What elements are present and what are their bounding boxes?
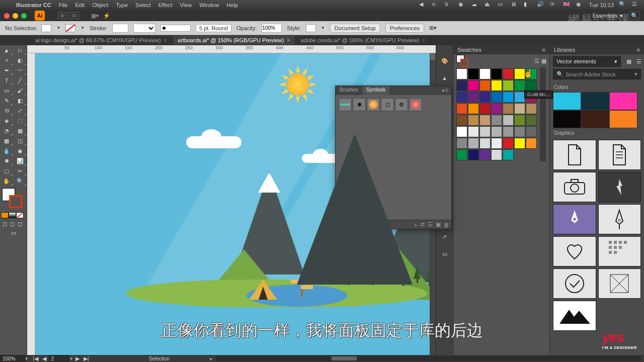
ruler-horizontal[interactable]: 50 100 150 200 250 300 350 400 450 500 5… [27, 45, 436, 53]
screen-mode[interactable]: ▭ [1, 229, 26, 236]
gradient-mode[interactable] [9, 212, 16, 218]
display-icon[interactable]: 🖥 [511, 1, 519, 9]
zoom-tool[interactable]: 🔍 [14, 176, 27, 186]
artboard-dropdown-icon[interactable]: ▾ [70, 355, 73, 362]
swatch-cell[interactable] [491, 103, 502, 114]
swatch-cell[interactable] [456, 115, 467, 126]
curvature-tool[interactable]: 〰 [14, 65, 27, 75]
panel-menu-icon[interactable]: ≡ [637, 47, 640, 53]
swatch-fill-stroke[interactable] [456, 55, 468, 67]
tray-icon[interactable]: b [445, 1, 453, 9]
tray-icon[interactable]: ▭ [498, 1, 506, 9]
selection-tool[interactable]: ▲ [0, 45, 13, 55]
swatch-cell[interactable] [526, 115, 537, 126]
line-tool[interactable]: ╱ [14, 75, 27, 85]
align-icon[interactable]: ⊞▾ [429, 25, 437, 31]
hand-tool[interactable]: ✋ [0, 176, 13, 186]
lib-graphic-cross[interactable] [598, 268, 641, 299]
stroke-weight-input[interactable] [112, 24, 128, 33]
swatch-cell[interactable] [503, 115, 514, 126]
symbol-item[interactable]: ⚙ [395, 98, 408, 111]
menu-effect[interactable]: Effect [158, 2, 173, 8]
lib-color-swatch[interactable] [553, 92, 581, 110]
swatch-cell[interactable] [491, 92, 502, 103]
lib-graphic-mountain[interactable] [553, 301, 596, 331]
free-transform-tool[interactable]: ⬚ [14, 116, 27, 126]
symbol-item[interactable]: ◻ [381, 98, 394, 111]
draw-normal[interactable]: ◻ [1, 220, 9, 227]
menu-select[interactable]: Select [135, 2, 151, 8]
eraser-tool[interactable]: ◧ [14, 96, 27, 106]
tray-icon[interactable]: ⏏ [485, 1, 493, 9]
type-tool[interactable]: T [0, 75, 13, 85]
bridge-icon[interactable]: Br [58, 12, 67, 19]
fill-stroke-indicator[interactable] [0, 186, 27, 211]
swatch-cell[interactable] [503, 68, 514, 79]
flag-icon[interactable]: 🇬🇧 [563, 1, 571, 9]
maximize-window[interactable] [21, 13, 27, 19]
swatch-cell[interactable] [479, 68, 491, 79]
preferences-button[interactable]: Preferences [385, 24, 424, 33]
apple-icon[interactable] [4, 2, 11, 9]
menu-type[interactable]: Type [116, 2, 128, 8]
asset-export-panel-icon[interactable]: ↗ [439, 231, 450, 242]
panel-menu-icon[interactable]: ▸≡ [439, 86, 451, 95]
battery-icon[interactable]: ▮ [524, 1, 532, 9]
color-panel-icon[interactable]: 🎨 [439, 55, 450, 66]
symbol-sprayer-tool[interactable]: ✺ [0, 156, 13, 166]
lib-graphic-camera[interactable] [553, 172, 596, 202]
color-mode[interactable] [1, 212, 9, 218]
swatch-cell[interactable] [491, 80, 502, 91]
swatch-cell[interactable] [514, 115, 525, 126]
menu-help[interactable]: Help [226, 2, 238, 8]
swatch-cell[interactable] [503, 126, 514, 137]
menu-object[interactable]: Object [92, 2, 108, 8]
brush-preset[interactable]: 5 pt. Round [196, 24, 231, 32]
tray-icon[interactable]: ⎋ [432, 1, 440, 9]
swatch-cell[interactable] [479, 149, 491, 160]
lib-graphic-document[interactable] [598, 140, 641, 170]
grid-view-icon[interactable]: ▦ [541, 58, 546, 64]
lasso-tool[interactable]: ◐ [14, 55, 27, 65]
close-icon[interactable]: × [287, 37, 290, 43]
none-mode[interactable] [16, 212, 24, 218]
menu-window[interactable]: Window [199, 2, 219, 8]
swatch-cell[interactable] [503, 80, 514, 91]
rotate-tool[interactable]: ⟲ [0, 106, 13, 116]
artboard-number-input[interactable] [49, 355, 69, 363]
swatch-cell[interactable] [456, 68, 467, 79]
lib-color-swatch[interactable] [581, 110, 609, 128]
swatch-cell[interactable] [479, 115, 491, 126]
symbol-options-icon[interactable]: ☰ [428, 221, 433, 228]
swatch-cell[interactable] [503, 138, 514, 149]
sync-icon[interactable]: ⟳ [550, 1, 558, 9]
dropdown-icon[interactable]: ▼ [56, 26, 60, 30]
delete-symbol-icon[interactable]: 🗑 [444, 222, 449, 228]
swatch-cell[interactable] [479, 92, 491, 103]
swatch-cell[interactable] [526, 126, 537, 137]
swatch-cell[interactable] [491, 138, 502, 149]
lib-list-view-icon[interactable]: ☰ [634, 58, 644, 65]
swatch-cell[interactable] [503, 103, 514, 114]
lib-graphic-pen-outline[interactable] [598, 204, 641, 234]
stroke-swatch[interactable] [65, 24, 75, 32]
swatch-cell[interactable] [526, 103, 537, 114]
color-guide-panel-icon[interactable]: ▲ [439, 72, 450, 83]
lib-graphic-iconset[interactable] [598, 236, 641, 266]
swatch-cell[interactable] [514, 80, 525, 91]
zoom-input[interactable] [0, 355, 25, 363]
magic-wand-tool[interactable]: ✧ [0, 55, 13, 65]
first-artboard-button[interactable]: |◀ [31, 355, 40, 362]
close-icon[interactable]: × [164, 37, 167, 43]
gradient-tool[interactable]: ◫ [14, 136, 27, 146]
cc-icon[interactable]: ☁ [471, 1, 479, 9]
scale-tool[interactable]: ⤢ [14, 106, 27, 116]
close-window[interactable] [4, 13, 10, 19]
tray-icon[interactable]: ◀ [419, 1, 427, 9]
opacity-input[interactable] [262, 24, 282, 33]
swatch-cell[interactable] [491, 68, 502, 79]
swatch-cell[interactable] [468, 92, 479, 103]
app-name[interactable]: Illustrator CC [16, 2, 51, 8]
swatch-cell[interactable] [503, 149, 514, 160]
draw-behind[interactable]: ◻ [9, 220, 16, 227]
